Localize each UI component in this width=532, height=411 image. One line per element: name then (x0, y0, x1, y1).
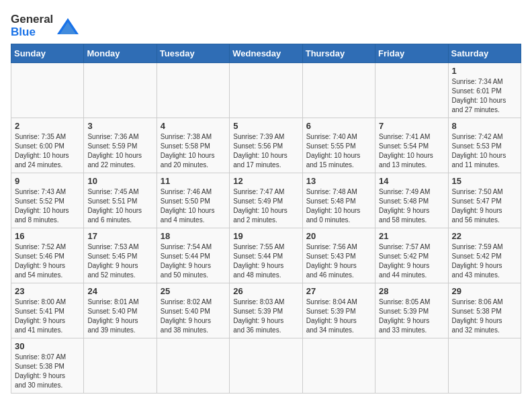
day-info: Sunrise: 7:54 AM Sunset: 5:44 PM Dayligh… (161, 242, 226, 280)
day-number: 19 (233, 231, 298, 241)
calendar-cell: 12Sunrise: 7:47 AM Sunset: 5:49 PM Dayli… (230, 173, 302, 228)
weekday-header: Wednesday (230, 44, 302, 63)
logo: General Blue (11, 13, 80, 38)
calendar-cell: 23Sunrise: 8:00 AM Sunset: 5:41 PM Dayli… (11, 283, 84, 338)
day-number: 12 (233, 176, 298, 186)
day-info: Sunrise: 7:56 AM Sunset: 5:43 PM Dayligh… (306, 242, 371, 280)
day-info: Sunrise: 7:50 AM Sunset: 5:47 PM Dayligh… (452, 187, 517, 225)
calendar-week-row: 1Sunrise: 7:34 AM Sunset: 6:01 PM Daylig… (11, 63, 521, 118)
day-number: 30 (15, 341, 80, 351)
day-info: Sunrise: 7:49 AM Sunset: 5:48 PM Dayligh… (379, 187, 444, 225)
day-number: 2 (15, 121, 80, 131)
calendar-cell: 6Sunrise: 7:40 AM Sunset: 5:55 PM Daylig… (302, 118, 375, 173)
calendar-cell: 19Sunrise: 7:55 AM Sunset: 5:44 PM Dayli… (230, 228, 302, 283)
day-number: 25 (161, 286, 226, 296)
calendar-week-row: 16Sunrise: 7:52 AM Sunset: 5:46 PM Dayli… (11, 228, 521, 283)
day-number: 9 (15, 176, 80, 186)
day-number: 17 (87, 231, 152, 241)
day-info: Sunrise: 8:01 AM Sunset: 5:40 PM Dayligh… (87, 298, 152, 335)
calendar-cell (11, 63, 84, 118)
day-info: Sunrise: 7:34 AM Sunset: 6:01 PM Dayligh… (452, 77, 517, 115)
day-info: Sunrise: 8:07 AM Sunset: 5:38 PM Dayligh… (15, 353, 80, 390)
calendar-cell: 28Sunrise: 8:05 AM Sunset: 5:39 PM Dayli… (375, 283, 448, 338)
weekday-header: Friday (375, 44, 448, 63)
day-info: Sunrise: 7:42 AM Sunset: 5:53 PM Dayligh… (452, 132, 517, 170)
day-number: 11 (161, 176, 226, 186)
calendar-cell: 30Sunrise: 8:07 AM Sunset: 5:38 PM Dayli… (11, 338, 84, 394)
day-number: 18 (161, 231, 226, 241)
day-info: Sunrise: 7:52 AM Sunset: 5:46 PM Dayligh… (15, 242, 80, 280)
calendar-cell: 7Sunrise: 7:41 AM Sunset: 5:54 PM Daylig… (375, 118, 448, 173)
day-info: Sunrise: 8:04 AM Sunset: 5:39 PM Dayligh… (306, 298, 371, 335)
calendar-cell (230, 63, 302, 118)
calendar-week-row: 30Sunrise: 8:07 AM Sunset: 5:38 PM Dayli… (11, 338, 521, 394)
calendar-cell (448, 338, 521, 394)
calendar-cell (157, 338, 229, 394)
day-number: 27 (306, 286, 371, 296)
calendar-cell (157, 63, 229, 118)
calendar-cell (84, 63, 157, 118)
calendar-cell (230, 338, 302, 394)
day-info: Sunrise: 7:41 AM Sunset: 5:54 PM Dayligh… (379, 132, 444, 170)
calendar-table: SundayMondayTuesdayWednesdayThursdayFrid… (11, 44, 521, 394)
weekday-header: Tuesday (157, 44, 229, 63)
day-number: 26 (233, 286, 298, 296)
weekday-header: Thursday (302, 44, 375, 63)
calendar-cell: 14Sunrise: 7:49 AM Sunset: 5:48 PM Dayli… (375, 173, 448, 228)
calendar-cell: 17Sunrise: 7:53 AM Sunset: 5:45 PM Dayli… (84, 228, 157, 283)
day-number: 20 (306, 231, 371, 241)
day-number: 24 (87, 286, 152, 296)
calendar-cell: 20Sunrise: 7:56 AM Sunset: 5:43 PM Dayli… (302, 228, 375, 283)
weekday-header-row: SundayMondayTuesdayWednesdayThursdayFrid… (11, 44, 521, 63)
day-number: 21 (379, 231, 444, 241)
day-number: 10 (87, 176, 152, 186)
day-number: 16 (15, 231, 80, 241)
day-number: 5 (233, 121, 298, 131)
calendar-cell (302, 63, 375, 118)
calendar-cell (84, 338, 157, 394)
day-info: Sunrise: 7:55 AM Sunset: 5:44 PM Dayligh… (233, 242, 298, 280)
weekday-header: Saturday (448, 44, 521, 63)
calendar-cell: 24Sunrise: 8:01 AM Sunset: 5:40 PM Dayli… (84, 283, 157, 338)
calendar-cell: 8Sunrise: 7:42 AM Sunset: 5:53 PM Daylig… (448, 118, 521, 173)
calendar-cell: 10Sunrise: 7:45 AM Sunset: 5:51 PM Dayli… (84, 173, 157, 228)
calendar-cell (302, 338, 375, 394)
day-number: 4 (161, 121, 226, 131)
day-number: 8 (452, 121, 517, 131)
calendar-cell: 3Sunrise: 7:36 AM Sunset: 5:59 PM Daylig… (84, 118, 157, 173)
calendar-cell: 15Sunrise: 7:50 AM Sunset: 5:47 PM Dayli… (448, 173, 521, 228)
day-number: 15 (452, 176, 517, 186)
calendar-cell: 9Sunrise: 7:43 AM Sunset: 5:52 PM Daylig… (11, 173, 84, 228)
calendar-cell: 13Sunrise: 7:48 AM Sunset: 5:48 PM Dayli… (302, 173, 375, 228)
day-number: 1 (452, 66, 517, 76)
calendar-cell: 29Sunrise: 8:06 AM Sunset: 5:38 PM Dayli… (448, 283, 521, 338)
page-header: General Blue (11, 11, 521, 38)
day-info: Sunrise: 7:38 AM Sunset: 5:58 PM Dayligh… (161, 132, 226, 170)
day-info: Sunrise: 7:47 AM Sunset: 5:49 PM Dayligh… (233, 187, 298, 225)
calendar-cell: 26Sunrise: 8:03 AM Sunset: 5:39 PM Dayli… (230, 283, 302, 338)
day-info: Sunrise: 8:00 AM Sunset: 5:41 PM Dayligh… (15, 298, 80, 335)
calendar-cell: 21Sunrise: 7:57 AM Sunset: 5:42 PM Dayli… (375, 228, 448, 283)
calendar-cell (375, 63, 448, 118)
day-number: 14 (379, 176, 444, 186)
day-info: Sunrise: 7:59 AM Sunset: 5:42 PM Dayligh… (452, 242, 517, 280)
day-info: Sunrise: 7:35 AM Sunset: 6:00 PM Dayligh… (15, 132, 80, 170)
calendar-cell: 16Sunrise: 7:52 AM Sunset: 5:46 PM Dayli… (11, 228, 84, 283)
calendar-week-row: 2Sunrise: 7:35 AM Sunset: 6:00 PM Daylig… (11, 118, 521, 173)
day-info: Sunrise: 7:46 AM Sunset: 5:50 PM Dayligh… (161, 187, 226, 225)
day-info: Sunrise: 7:43 AM Sunset: 5:52 PM Dayligh… (15, 187, 80, 225)
day-info: Sunrise: 7:45 AM Sunset: 5:51 PM Dayligh… (87, 187, 152, 225)
calendar-cell (375, 338, 448, 394)
day-info: Sunrise: 8:02 AM Sunset: 5:40 PM Dayligh… (161, 298, 226, 335)
weekday-header: Monday (84, 44, 157, 63)
day-number: 13 (306, 176, 371, 186)
calendar-cell: 2Sunrise: 7:35 AM Sunset: 6:00 PM Daylig… (11, 118, 84, 173)
day-info: Sunrise: 7:48 AM Sunset: 5:48 PM Dayligh… (306, 187, 371, 225)
calendar-cell: 1Sunrise: 7:34 AM Sunset: 6:01 PM Daylig… (448, 63, 521, 118)
day-info: Sunrise: 8:05 AM Sunset: 5:39 PM Dayligh… (379, 298, 444, 335)
day-number: 6 (306, 121, 371, 131)
day-info: Sunrise: 7:53 AM Sunset: 5:45 PM Dayligh… (87, 242, 152, 280)
day-info: Sunrise: 7:36 AM Sunset: 5:59 PM Dayligh… (87, 132, 152, 170)
calendar-cell: 5Sunrise: 7:39 AM Sunset: 5:56 PM Daylig… (230, 118, 302, 173)
calendar-week-row: 9Sunrise: 7:43 AM Sunset: 5:52 PM Daylig… (11, 173, 521, 228)
